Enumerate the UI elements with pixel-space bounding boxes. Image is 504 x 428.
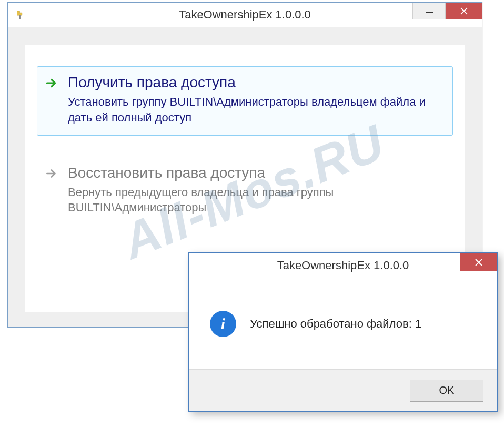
window-title: TakeOwnershipEx 1.0.0.0 (8, 8, 482, 22)
message-dialog: TakeOwnershipEx 1.0.0.0 Успешно обработа… (188, 252, 498, 412)
option-description: Установить группу BUILTIN\Администраторы… (68, 94, 445, 125)
dialog-title: TakeOwnershipEx 1.0.0.0 (277, 259, 409, 272)
arrow-right-gray-icon (45, 167, 58, 180)
option-description: Вернуть предыдущего владельца и права гр… (68, 185, 445, 216)
window-controls (412, 3, 482, 27)
arrow-right-green-icon (45, 76, 58, 90)
take-ownership-option[interactable]: Получить права доступа Установить группу… (37, 66, 453, 136)
dialog-message: Успешно обработано файлов: 1 (250, 317, 421, 331)
main-titlebar[interactable]: TakeOwnershipEx 1.0.0.0 (8, 3, 482, 27)
app-icon (14, 9, 26, 21)
close-button[interactable] (445, 3, 482, 19)
info-icon (210, 311, 236, 337)
option-text: Получить права доступа Установить группу… (68, 74, 445, 126)
option-title: Восстановить права доступа (68, 165, 445, 181)
option-title: Получить права доступа (68, 74, 445, 91)
ok-button-label: OK (439, 384, 455, 396)
restore-ownership-option[interactable]: Восстановить права доступа Вернуть преды… (37, 157, 453, 226)
svg-rect-0 (19, 15, 21, 19)
option-text: Восстановить права доступа Вернуть преды… (68, 165, 445, 216)
minimize-button[interactable] (412, 3, 445, 19)
dialog-body: Успешно обработано файлов: 1 (189, 278, 497, 369)
dialog-footer: OK (189, 369, 497, 411)
ok-button[interactable]: OK (410, 380, 483, 402)
dialog-close-button[interactable] (460, 253, 497, 271)
dialog-titlebar[interactable]: TakeOwnershipEx 1.0.0.0 (189, 253, 497, 278)
